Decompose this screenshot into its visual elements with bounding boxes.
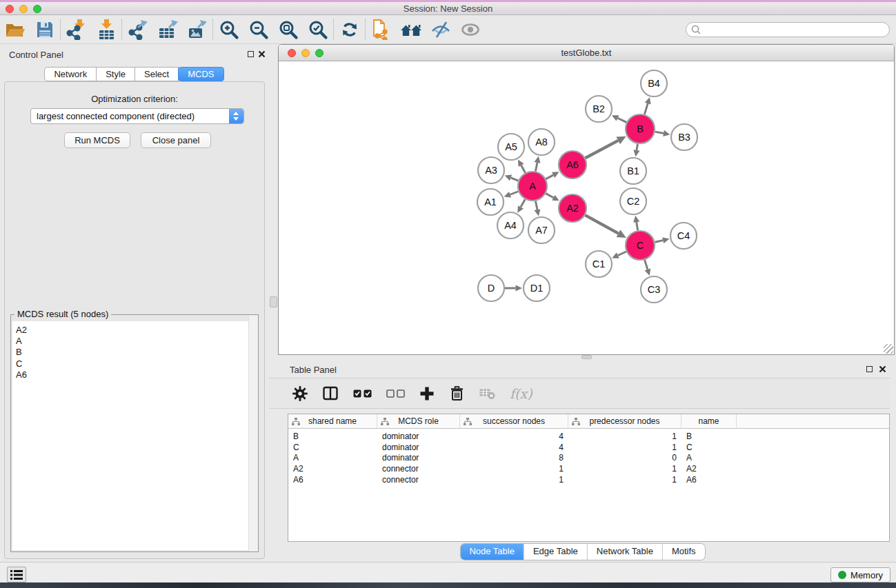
refresh-icon[interactable] [335,17,364,42]
table-cell[interactable]: connector [377,475,460,485]
export-image-icon[interactable] [182,17,212,42]
table-cell[interactable]: B [288,432,377,441]
resize-grip-icon[interactable] [884,344,893,354]
criterion-select[interactable]: largest connected component (directed) [30,108,244,124]
list-icon [10,569,23,580]
zoom-in-icon[interactable] [214,17,243,42]
float-panel-icon[interactable] [248,51,254,57]
close-panel-icon[interactable] [258,50,266,58]
result-list-scrollbar[interactable] [248,315,258,551]
result-list-item[interactable]: B [12,347,257,358]
tab-motifs[interactable]: Motifs [662,544,705,560]
table-cell[interactable]: 8 [460,453,568,463]
network-window-title: testGlobe.txt [279,48,894,58]
home-icon[interactable] [396,17,426,42]
import-network-icon[interactable] [61,17,91,42]
toolbar-separator [121,19,122,40]
result-list-item[interactable]: A2 [12,321,257,336]
table-cell[interactable]: 1 [568,464,681,474]
table-row[interactable]: A6connector11A6 [288,474,889,485]
delete-column-icon[interactable] [449,385,465,401]
table-cell[interactable]: 4 [460,432,568,441]
table-cell[interactable]: A6 [681,475,737,485]
control-panel: Control Panel NetworkStyleSelectMCDS Opt… [0,44,269,562]
svg-text:D1: D1 [530,283,544,294]
table-row[interactable]: Cdominator41C [288,442,889,453]
vertical-splitter-handle[interactable] [270,296,277,307]
table-cell[interactable]: 4 [460,443,568,452]
zoom-out-icon[interactable] [243,17,273,42]
settings-gear-icon[interactable] [292,386,308,401]
tab-node-table[interactable]: Node Table [460,544,524,560]
tab-select[interactable]: Select [135,67,179,81]
column-header-MCDS-role[interactable]: MCDS role [377,414,460,428]
search-input[interactable] [686,22,890,37]
table-cell[interactable]: 1 [460,464,568,474]
run-mcds-button[interactable]: Run MCDS [64,132,130,148]
table-cell[interactable]: 1 [568,432,681,441]
table-cell[interactable]: A2 [681,464,737,474]
show-visibility-icon[interactable] [455,17,485,42]
zoom-selected-icon[interactable] [303,17,332,42]
table-cell[interactable]: 1 [568,475,681,485]
table-cell[interactable]: A [288,453,377,463]
memory-label: Memory [850,570,883,580]
table-cell[interactable]: B [681,432,737,441]
result-list-item[interactable]: A6 [12,369,257,381]
column-header-predecessor-nodes[interactable]: predecessor nodes [568,414,681,428]
hide-visibility-icon[interactable] [426,17,455,42]
table-cell[interactable]: dominator [377,453,460,463]
toolbar-separator [60,19,61,40]
deselect-all-icon[interactable] [386,389,405,398]
open-file-icon[interactable] [0,17,30,42]
result-list-item[interactable]: A [12,336,257,347]
add-column-icon[interactable] [419,386,435,401]
tab-style[interactable]: Style [96,67,135,81]
table-cell[interactable]: 0 [568,453,681,463]
svg-text:C4: C4 [677,230,690,241]
table-cell[interactable]: A [681,453,737,463]
export-table-icon[interactable] [152,17,182,42]
network-graph[interactable]: B4B2BB3A8A5A6A3B1AA1C2A2A4A7C4CC1C3DD1 [279,61,894,354]
search-icon [690,24,701,35]
table-cell[interactable]: C [681,443,737,452]
close-panel-button[interactable]: Close panel [141,132,211,148]
table-row[interactable]: Adominator80A [288,452,889,463]
mcds-result-groupbox: MCDS result (5 nodes) A2ABCA6 [10,314,259,552]
function-builder-icon[interactable]: f(x) [510,386,532,401]
table-row[interactable]: A2connector11A2 [288,463,889,474]
criterion-value: largest connected component (directed) [37,111,195,121]
table-cell[interactable]: A2 [288,464,377,474]
task-history-button[interactable] [7,567,26,582]
table-cell[interactable]: C [288,443,377,452]
svg-text:C2: C2 [627,196,640,207]
tab-edge-table[interactable]: Edge Table [524,544,587,560]
table-cell[interactable]: 1 [568,443,681,452]
network-file-icon[interactable] [366,17,396,42]
column-header-name[interactable]: name [681,414,737,428]
table-cell[interactable]: dominator [377,432,460,441]
memory-button[interactable]: Memory [830,567,890,582]
zoom-fit-icon[interactable] [273,17,303,42]
tab-network-table[interactable]: Network Table [587,544,662,560]
delete-table-icon[interactable] [479,387,495,400]
tab-mcds[interactable]: MCDS [178,67,223,81]
result-list-item[interactable]: C [12,358,257,369]
table-cell[interactable]: A6 [288,475,377,485]
export-network-icon[interactable] [123,17,152,42]
tab-network[interactable]: Network [44,67,97,81]
close-table-panel-icon[interactable] [879,365,886,373]
column-header-successor-nodes[interactable]: successor nodes [460,414,568,428]
svg-text:B2: B2 [593,103,605,114]
network-canvas[interactable]: B4B2BB3A8A5A6A3B1AA1C2A2A4A7C4CC1C3DD1 [279,61,894,354]
import-table-icon[interactable] [91,17,121,42]
table-cell[interactable]: dominator [377,443,460,452]
table-cell[interactable]: 1 [460,475,568,485]
select-all-icon[interactable] [353,389,372,398]
table-cell[interactable]: connector [377,464,460,474]
column-header-shared-name[interactable]: shared name [288,414,377,428]
float-table-panel-icon[interactable] [866,366,873,372]
table-row[interactable]: Bdominator41B [288,431,889,442]
split-columns-icon[interactable] [322,385,339,401]
save-icon[interactable] [30,17,59,42]
